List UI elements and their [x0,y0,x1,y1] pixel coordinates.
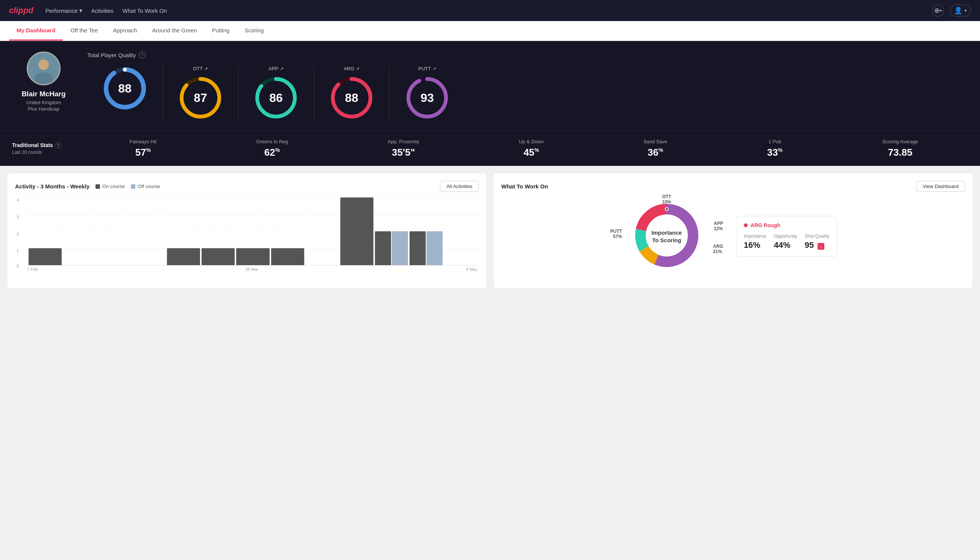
info-metric-shot-quality: Shot Quality 95 ↓ [805,233,829,250]
activity-chart-panel: Activity - 3 Months - Weekly On course O… [8,173,486,288]
add-button[interactable]: ⊕ ▾ [932,5,944,17]
bar-group-2 [63,198,96,265]
bar-off-11 [392,231,408,265]
tab-scoring[interactable]: Scoring [237,21,271,41]
bar-on-8 [271,248,304,265]
ott-arrow: ↗ [204,66,208,72]
donut-label-arg: ARG 21% [713,244,723,254]
help-icon[interactable]: ? [139,52,146,58]
donut-label-putt: PUTT 57% [611,229,622,239]
tabs-bar: My Dashboard Off the Tee Approach Around… [0,21,980,41]
donut-section: OTT 10% APP 12% ARG 21% PUTT 57% [501,198,965,275]
trad-stats-title: Traditional Stats ? [12,142,80,148]
nav-activities[interactable]: Activities [92,7,113,14]
user-icon: 👤 [954,7,962,15]
donut-label-app: APP 12% [714,221,723,231]
bar-group-12 [409,198,443,265]
chevron-down-icon: ▾ [965,8,967,13]
bar-on-5 [167,248,200,265]
donut-wrapper: OTT 10% APP 12% ARG 21% PUTT 57% [629,198,704,275]
player-country: United Kingdom [26,100,61,105]
bar-group-13 [444,198,477,265]
stat-app-proximity: App. Proximity 35'5" [388,139,419,158]
bar-group-6 [201,198,235,265]
bottom-panels: Activity - 3 Months - Weekly On course O… [0,166,980,296]
info-metrics: Importance 16% Opportunity 44% Shot Qual… [744,233,829,250]
bar-on-1 [28,248,62,265]
bar-off-12 [426,231,443,265]
y-label-2: 2 [17,232,19,236]
putt-arrow: ↗ [433,66,436,72]
what-to-work-on-panel: What To Work On View Dashboard OTT 10% A… [494,173,972,288]
tab-my-dashboard[interactable]: My Dashboard [9,21,63,41]
donut-label-ott: OTT 10% [662,194,671,205]
y-label-1: 1 [17,248,19,253]
svg-point-23 [666,208,668,210]
tab-off-the-tee[interactable]: Off the Tee [63,21,105,41]
legend-on-course-dot [95,184,100,189]
y-label-0: 0 [17,263,19,268]
chevron-down-icon: ▾ [940,8,942,13]
trad-help-icon[interactable]: ? [55,142,61,148]
hero-section: Blair McHarg United Kingdom Plus Handica… [0,41,980,131]
ring-arg: ARG ↗ 88 [314,66,389,120]
info-card-dot [744,223,748,227]
bar-group-9 [306,198,339,265]
svg-point-5 [123,68,127,72]
bar-on-10 [340,197,373,265]
bar-on-11 [375,231,391,265]
bar-group-5 [167,198,200,265]
score-arg-value: 88 [345,91,358,105]
bar-group-1 [28,198,62,265]
nav-links: Performance ▾ Activities What To Work On [45,7,920,14]
bar-group-4 [132,198,165,265]
activity-chart-title: Activity - 3 Months - Weekly [15,183,90,190]
nav-performance[interactable]: Performance ▾ [45,7,82,14]
stat-1-putt: 1 Putt 33% [767,139,782,158]
brand-logo[interactable]: clippd [9,6,33,15]
svg-point-8 [198,77,202,81]
tab-putting[interactable]: Putting [205,21,237,41]
scores-section: Total Player Quality ? 88 [87,52,968,120]
tab-around-the-green[interactable]: Around the Green [145,21,204,41]
score-ott-value: 87 [194,91,207,105]
bar-on-12 [409,231,426,265]
tab-approach[interactable]: Approach [105,21,145,41]
chart-bars [27,198,479,265]
putt-label: PUTT ↗ [418,66,436,72]
avatar [27,52,60,85]
chart-x-labels: 7 Feb 28 Mar 9 May [26,265,479,272]
wtwo-header: What To Work On View Dashboard [501,181,965,192]
x-label-feb: 7 Feb [27,267,38,272]
bar-group-10 [340,198,373,265]
y-label-4: 4 [17,198,19,202]
chart-legend: On course Off course [95,183,160,189]
x-label-may: 9 May [466,267,477,272]
bar-on-7 [236,248,269,265]
bar-group-7 [236,198,269,265]
svg-point-17 [425,77,429,81]
score-app-value: 86 [269,91,283,105]
info-card: ARG Rough Importance 16% Opportunity 44%… [736,216,837,257]
arg-arrow: ↗ [356,66,359,72]
score-rings: 88 OTT ↗ 87 [87,66,968,120]
score-putt-value: 93 [421,91,434,105]
tpq-header: Total Player Quality ? [87,52,968,58]
player-handicap: Plus Handicap [28,106,60,112]
user-menu-button[interactable]: 👤 ▾ [950,5,971,17]
stat-up-down: Up & Down 45% [519,139,544,158]
bar-group-3 [98,198,131,265]
info-metric-importance: Importance 16% [744,233,766,250]
plus-icon: ⊕ [934,7,940,15]
stat-items: Fairways Hit 57% Greens In Reg 62% App. … [80,139,968,158]
tpq-label: Total Player Quality [87,52,136,58]
player-name: Blair McHarg [22,90,65,98]
bar-group-11 [375,198,408,265]
nav-what-to-work-on[interactable]: What To Work On [123,7,167,14]
score-total-value: 88 [118,82,131,95]
stat-scoring-average: Scoring Average 73.85 [882,139,918,158]
view-dashboard-button[interactable]: View Dashboard [917,181,965,192]
legend-off-course-dot [131,184,135,189]
all-activities-button[interactable]: All Activities [440,181,479,192]
navbar: clippd Performance ▾ Activities What To … [0,0,980,21]
